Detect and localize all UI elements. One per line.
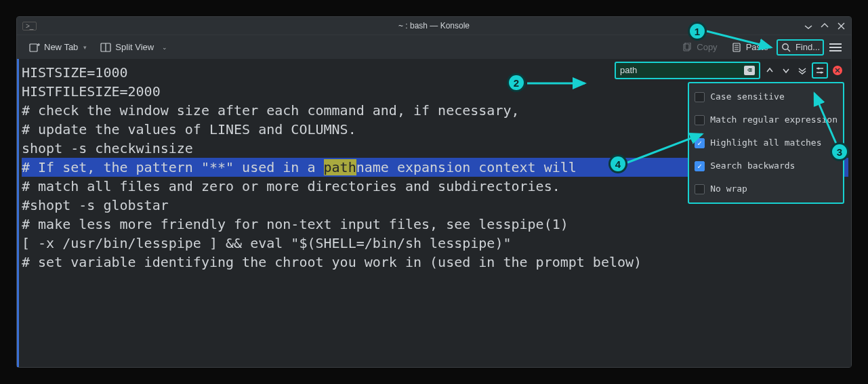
window-title: ~ : bash — Konsole — [398, 21, 470, 30]
chevron-down-icon: ⌄ — [162, 44, 167, 51]
hamburger-icon — [829, 43, 842, 51]
search-match: path — [324, 159, 356, 175]
backwards-option[interactable]: Search backwards — [695, 156, 838, 175]
svg-point-14 — [820, 71, 822, 73]
callout-arrow — [812, 92, 839, 146]
split-view-button[interactable]: Split View ⌄ — [95, 39, 173, 56]
checkbox-icon — [695, 115, 705, 125]
copy-icon — [682, 42, 693, 53]
find-prev-button[interactable] — [763, 63, 777, 78]
option-label: No wrap — [710, 179, 747, 198]
option-label: Highlight all matches — [710, 133, 821, 152]
find-all-button[interactable] — [795, 63, 809, 78]
menu-button[interactable] — [827, 41, 844, 54]
find-button[interactable]: Find... — [777, 39, 824, 56]
new-tab-button[interactable]: New Tab ▾ — [24, 39, 92, 56]
split-view-label: Split View — [115, 42, 154, 52]
checkbox-icon — [695, 92, 705, 102]
search-icon — [781, 42, 791, 53]
minimize-button[interactable] — [804, 21, 813, 30]
app-icon: >_ — [22, 22, 37, 30]
no-wrap-option[interactable]: No wrap — [695, 179, 838, 198]
search-bar: path ⌫ — [615, 62, 844, 79]
search-settings-button[interactable] — [812, 62, 828, 79]
find-label: Find... — [795, 42, 820, 52]
svg-line-10 — [787, 49, 790, 51]
svg-line-16 — [707, 31, 771, 47]
callout-4: 4 — [608, 154, 627, 173]
callout-arrow — [707, 31, 774, 50]
close-search-button[interactable] — [831, 63, 844, 78]
maximize-button[interactable] — [820, 21, 829, 30]
callout-2: 2 — [507, 73, 526, 92]
callout-1: 1 — [688, 22, 707, 41]
chevron-down-icon: ▾ — [83, 44, 87, 51]
svg-line-19 — [627, 134, 702, 163]
konsole-window: >_ ~ : bash — Konsole New Tab ▾ — [16, 16, 852, 368]
callout-arrow — [527, 81, 588, 85]
clear-search-icon[interactable]: ⌫ — [744, 66, 755, 75]
svg-rect-0 — [30, 44, 37, 51]
find-next-button[interactable] — [779, 63, 793, 78]
split-view-icon — [100, 42, 111, 53]
terminal-line: # make less more friendly for non-text i… — [22, 215, 848, 234]
terminal-view[interactable]: HISTSIZE=1000 HISTFILESIZE=2000 # check … — [17, 59, 851, 367]
search-input[interactable]: path ⌫ — [615, 62, 760, 79]
svg-point-9 — [783, 43, 788, 49]
svg-point-12 — [817, 67, 819, 69]
option-label: Search backwards — [710, 156, 795, 175]
search-input-value: path — [620, 61, 744, 80]
svg-line-18 — [814, 93, 836, 144]
callout-arrow — [627, 133, 705, 165]
close-button[interactable] — [836, 21, 846, 30]
terminal-line: # set variable identifying the chroot yo… — [22, 253, 848, 272]
checkbox-icon — [695, 184, 705, 194]
new-tab-label: New Tab — [44, 42, 78, 52]
callout-3: 3 — [830, 142, 849, 161]
terminal-line: [ -x /usr/bin/lesspipe ] && eval "$(SHEL… — [22, 234, 848, 253]
option-label: Case sensitive — [710, 87, 785, 106]
new-tab-icon — [29, 42, 40, 53]
